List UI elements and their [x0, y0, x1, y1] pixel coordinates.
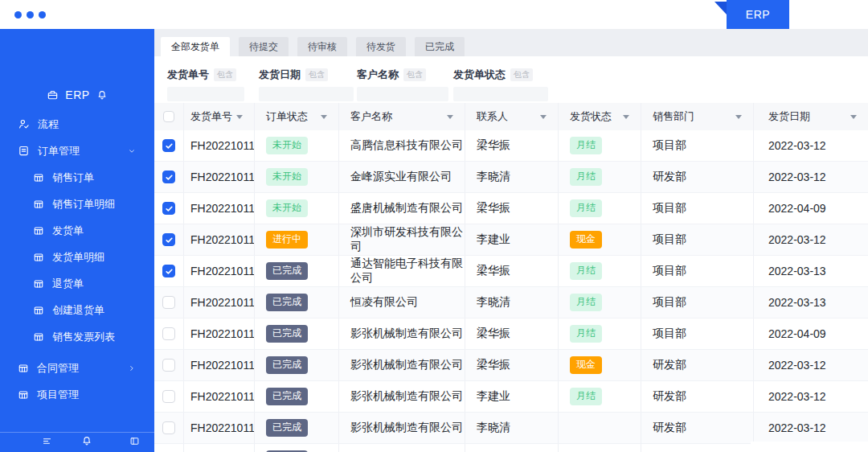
- window-dot-icon[interactable]: [39, 11, 46, 18]
- filter-operator-badge: 包含: [510, 68, 533, 81]
- tab-pending-review[interactable]: 待审核: [297, 37, 347, 56]
- table-row: FH2022101100未开始金峰源实业有限公司李晓清月结研发部2022-03-…: [154, 162, 868, 193]
- row-checkbox[interactable]: [162, 171, 175, 183]
- erp-tag: ERP: [727, 0, 789, 29]
- row-checkbox-cell: [154, 130, 184, 161]
- window-controls[interactable]: [14, 11, 46, 18]
- caret-down-icon[interactable]: [735, 115, 742, 119]
- cell-ship-status: 月结: [559, 318, 641, 349]
- status-badge: 已完成: [266, 294, 308, 311]
- column-header-ship-status[interactable]: 发货状态: [559, 103, 641, 130]
- sidebar-item-create-return-order[interactable]: 创建退货单: [0, 297, 154, 323]
- cell-ship-status: [559, 413, 641, 443]
- tab-all-delivery-orders[interactable]: 全部发货单: [161, 37, 230, 56]
- column-header-label: 客户名称: [350, 109, 392, 124]
- row-checkbox-cell: [154, 381, 184, 412]
- row-checkbox[interactable]: [162, 421, 175, 434]
- sidebar-item-delivery-order-details[interactable]: 发货单明细: [0, 244, 154, 270]
- filter-operator-badge: 包含: [305, 68, 328, 81]
- column-header-contact[interactable]: 联系人: [465, 103, 559, 130]
- sidebar-item-delivery-orders[interactable]: 发货单: [0, 217, 154, 244]
- sidebar-item-sales-orders[interactable]: 销售订单: [0, 164, 154, 191]
- cell-contact: 李晓清: [465, 162, 559, 192]
- column-header-customer[interactable]: 客户名称: [339, 103, 465, 130]
- sidebar-item-contract-management[interactable]: 合同管理: [0, 355, 154, 381]
- row-checkbox[interactable]: [162, 327, 175, 340]
- cell-order-no: FH2022101100: [184, 350, 255, 380]
- table-icon: [18, 363, 29, 374]
- delivery-date-filter-input[interactable]: [259, 87, 354, 101]
- caret-down-icon[interactable]: [623, 115, 629, 119]
- sidebar-item-label: 合同管理: [37, 361, 79, 376]
- cell-order-no: FH2022101100: [184, 256, 255, 286]
- caret-down-icon[interactable]: [321, 115, 327, 119]
- window-dot-icon[interactable]: [27, 11, 34, 18]
- sidebar-item-process[interactable]: 流程: [0, 111, 154, 138]
- status-badge: 月结: [570, 199, 602, 217]
- cell-order-status: 已完成: [255, 381, 339, 412]
- row-checkbox[interactable]: [162, 202, 175, 215]
- status-badge: 月结: [570, 294, 602, 311]
- sidebar-item-project-management[interactable]: 项目管理: [0, 381, 154, 408]
- window-dot-icon[interactable]: [14, 11, 22, 18]
- status-badge: 未开始: [266, 137, 308, 154]
- row-checkbox-cell: [154, 224, 184, 255]
- bell-icon[interactable]: [81, 435, 92, 450]
- caret-down-icon[interactable]: [447, 115, 453, 119]
- row-checkbox[interactable]: [162, 233, 175, 246]
- cell-customer: 高腾信息科技有限公司: [339, 130, 465, 161]
- caret-down-icon[interactable]: [850, 115, 857, 119]
- sidebar-item-label: 销售订单明细: [52, 197, 115, 212]
- tab-completed[interactable]: 已完成: [415, 37, 465, 56]
- status-badge: 现金: [570, 231, 602, 249]
- cell-order-no: FH2022101100: [184, 318, 255, 349]
- app-window: ERP ERP 流程订单管理销售订单销售订单明细发货单发货单明细退货单创建退货单…: [0, 0, 868, 452]
- cell-customer: 影张机械制造有限公司: [339, 381, 465, 412]
- sidebar-item-sales-order-details[interactable]: 销售订单明细: [0, 191, 154, 217]
- caret-down-icon[interactable]: [540, 115, 547, 119]
- row-checkbox[interactable]: [162, 139, 175, 152]
- status-badge: 已完成: [266, 388, 308, 405]
- row-checkbox[interactable]: [162, 359, 175, 372]
- status-badge: 现金: [570, 356, 602, 374]
- row-checkbox[interactable]: [162, 296, 175, 309]
- cell-customer: 恒凌有限公司: [339, 287, 465, 318]
- sidebar-item-order-management[interactable]: 订单管理: [0, 138, 154, 164]
- row-checkbox[interactable]: [162, 265, 175, 277]
- delivery-status-filter-input[interactable]: [453, 87, 548, 101]
- delivery-no-filter-input[interactable]: [167, 87, 244, 101]
- cell-department: 项目部: [641, 318, 754, 349]
- sidebar-item-label: 销售发票列表: [52, 330, 115, 344]
- table-row: FH2022101100进行中深圳市研发科技有限公司李建业现金项目部2022-0…: [154, 224, 868, 256]
- row-checkbox[interactable]: [162, 390, 175, 403]
- sidebar-item-return-orders[interactable]: 退货单: [0, 270, 154, 297]
- sidebar-item-label: 销售订单: [52, 171, 94, 185]
- cell-order-status: 已完成: [255, 350, 339, 380]
- tab-pending-submit[interactable]: 待提交: [239, 37, 289, 56]
- cell-contact: 梁华振: [465, 193, 559, 224]
- column-header-order-no[interactable]: 发货单号: [184, 103, 255, 130]
- tab-pending-delivery[interactable]: 待发货: [356, 37, 406, 56]
- status-badge: 未开始: [266, 168, 308, 186]
- cell-order-no: FH2022101100: [184, 193, 255, 224]
- main-content: 全部发货单待提交待审核待发货已完成 发货单号包含发货日期包含客户名称包含发货单状…: [154, 29, 868, 452]
- filter-label: 客户名称: [357, 68, 399, 82]
- table-row: FH2022101100已完成影张机械制造有限公司梁华振现金研发部2022-03…: [154, 350, 868, 381]
- sidebar-item-sales-invoice-list[interactable]: 销售发票列表: [0, 323, 154, 350]
- select-all-checkbox[interactable]: [163, 111, 174, 122]
- column-header-ship-date[interactable]: 发货日期: [754, 103, 868, 130]
- customer-name-filter-input[interactable]: [357, 87, 448, 101]
- caret-down-icon[interactable]: [236, 115, 243, 119]
- column-header-department[interactable]: 销售部门: [641, 103, 754, 130]
- sidebar-logo-label: ERP: [65, 88, 89, 101]
- cell-department: 研发部: [641, 162, 754, 192]
- table-icon: [18, 389, 29, 401]
- status-badge: 未开始: [266, 199, 308, 217]
- cell-ship-date: 2022-04-09: [754, 193, 868, 224]
- panel-collapse-icon[interactable]: [129, 435, 140, 450]
- cell-ship-status: 月结: [559, 193, 641, 224]
- table-scroll-corner: [751, 442, 868, 452]
- column-header-order-status[interactable]: 订单状态: [255, 103, 339, 130]
- align-left-icon[interactable]: [42, 435, 52, 450]
- sidebar-menu: 流程订单管理销售订单销售订单明细发货单发货单明细退货单创建退货单销售发票列表合同…: [0, 111, 154, 408]
